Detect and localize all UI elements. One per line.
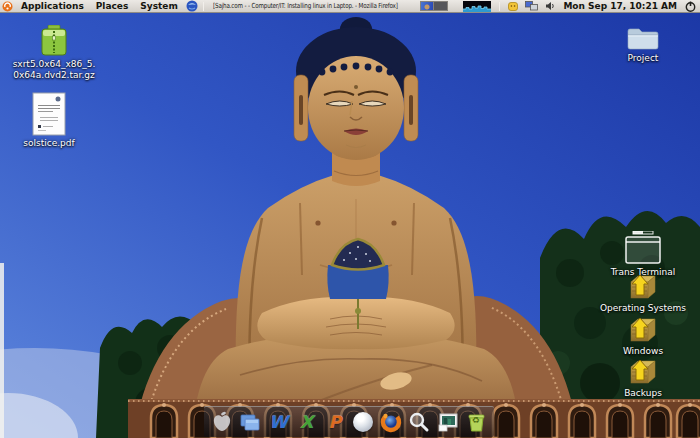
- tar-gz-archive-icon: [41, 25, 67, 57]
- desktop-icon-label: Windows: [623, 346, 663, 357]
- dock: W X P: [204, 406, 494, 437]
- recycle-glyph: ♻: [463, 415, 489, 425]
- panel-right-applets: Mon Sep 17, 10:21 AM: [420, 1, 698, 12]
- screenshot-pictures-icon[interactable]: [435, 409, 461, 435]
- clock[interactable]: Mon Sep 17, 10:21 AM: [560, 1, 680, 11]
- desktop-icon-project[interactable]: Project: [598, 27, 688, 64]
- workspace-2[interactable]: [434, 1, 448, 11]
- network-icon[interactable]: [525, 1, 538, 11]
- folder-icon: [626, 27, 660, 51]
- notification-icon[interactable]: [508, 1, 518, 11]
- terminal-window-icon: [624, 231, 662, 265]
- recycle-bin-icon[interactable]: ♻: [463, 409, 489, 435]
- firefox-icon[interactable]: [378, 409, 404, 435]
- browser-launcher-globe-icon[interactable]: [186, 0, 198, 12]
- desktop-screen: sxrt5.0x64_x86_5. 0x64a.dvd2.tar.gz sols…: [0, 0, 700, 438]
- drive-icon: [625, 274, 661, 301]
- wallpaper-buddha-statue: [0, 13, 700, 438]
- desktop-area[interactable]: sxrt5.0x64_x86_5. 0x64a.dvd2.tar.gz sols…: [0, 13, 700, 438]
- desktop-icon-label: sxrt5.0x64_x86_5. 0x64a.dvd2.tar.gz: [13, 59, 96, 80]
- desktop-icon-label: Backups: [624, 388, 662, 399]
- top-panel: Applications Places System [Sajha.com - …: [0, 0, 700, 13]
- drive-icon: [625, 317, 661, 344]
- window-title: [Sajha.com - - Computer/IT: Installing l…: [213, 2, 398, 10]
- globe-sphere-icon[interactable]: [350, 409, 376, 435]
- drive-icon: [625, 359, 661, 386]
- menu-applications[interactable]: Applications: [15, 0, 90, 12]
- power-icon[interactable]: [685, 1, 696, 12]
- workspace-switcher: [420, 1, 448, 11]
- desktop-icon-backups[interactable]: Backups: [598, 359, 688, 399]
- search-magnifier-icon[interactable]: [406, 409, 432, 435]
- panel-separator: [203, 2, 204, 11]
- menu-places[interactable]: Places: [90, 0, 135, 12]
- excel-icon[interactable]: X: [294, 409, 320, 435]
- desktop-icon-operating-systems[interactable]: Operating Systems: [598, 274, 688, 314]
- desktop-icon-label: solstice.pdf: [23, 138, 74, 149]
- desktop-icon-label: Operating Systems: [600, 303, 686, 314]
- workspace-1[interactable]: [420, 1, 434, 11]
- word-icon[interactable]: W: [265, 409, 291, 435]
- excel-letter: X: [300, 414, 313, 431]
- desktop-icon-label: Project: [628, 53, 659, 64]
- window-list-button-firefox[interactable]: [Sajha.com - - Computer/IT: Installing l…: [210, 2, 421, 11]
- powerpoint-icon[interactable]: P: [322, 409, 348, 435]
- powerpoint-letter: P: [329, 414, 341, 431]
- system-monitor-applet[interactable]: [463, 1, 491, 12]
- pdf-document-icon: [32, 92, 66, 136]
- volume-icon[interactable]: [545, 1, 555, 11]
- menu-system[interactable]: System: [134, 0, 184, 12]
- desktop-icon-archive[interactable]: sxrt5.0x64_x86_5. 0x64a.dvd2.tar.gz: [9, 25, 99, 80]
- finder-folders-icon[interactable]: [237, 409, 263, 435]
- desktop-icon-trans-terminal[interactable]: Trans Terminal: [598, 231, 688, 278]
- distribution-logo-icon[interactable]: [2, 1, 13, 12]
- apple-icon[interactable]: [209, 409, 235, 435]
- word-letter: W: [269, 414, 288, 431]
- desktop-icon-windows[interactable]: Windows: [598, 317, 688, 357]
- panel-separator: [499, 2, 500, 11]
- desktop-icon-pdf[interactable]: solstice.pdf: [4, 92, 94, 149]
